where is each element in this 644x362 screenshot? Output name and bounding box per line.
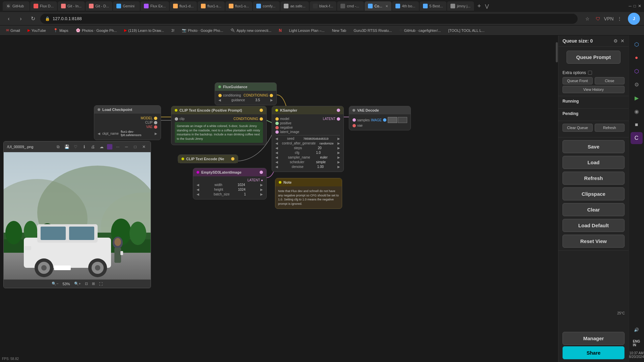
- height-inc[interactable]: ▶: [260, 188, 263, 191]
- node-note[interactable]: Note Note that Flux dev and schnell do n…: [275, 178, 342, 209]
- bookmark-apply[interactable]: 🔌 Apply new connecti...: [228, 27, 274, 33]
- tab-list-btn[interactable]: ⋁: [484, 3, 490, 9]
- extra-options-checkbox[interactable]: [588, 71, 592, 75]
- tab-flux-ex[interactable]: Flux Ex...: [141, 1, 169, 11]
- bookmark-github-cage[interactable]: ⚙ GitHub · cagefighter/...: [396, 27, 443, 33]
- bookmark-photo2[interactable]: 📷 Photo · Google Pho...: [179, 27, 226, 33]
- extensions-btn[interactable]: 🛡: [594, 14, 602, 23]
- seed-inc[interactable]: ▶: [337, 137, 340, 140]
- tab-gemini[interactable]: Gemini: [113, 1, 140, 11]
- bookmark-guru3d[interactable]: Guru3D RTSS Rivatu...: [351, 28, 394, 33]
- iv-color-btn[interactable]: [107, 144, 112, 149]
- iv-print-btn[interactable]: 🖨: [90, 143, 96, 150]
- width-dec[interactable]: ◀: [197, 183, 199, 187]
- clear-queue-btn[interactable]: Clear Queue: [562, 124, 593, 132]
- url-box[interactable]: 🔒 127.0.0.1:8188: [40, 14, 578, 24]
- bookmark-photos[interactable]: 🌸 Photos · Google Ph...: [73, 27, 120, 33]
- canvas-scrollbar[interactable]: [555, 36, 558, 362]
- fullscreen-btn[interactable]: ⛶: [99, 282, 103, 286]
- cfg-dec[interactable]: ◀: [275, 151, 278, 155]
- seed-dec[interactable]: ◀: [275, 137, 278, 140]
- control-inc[interactable]: ▶: [337, 141, 340, 145]
- tab-flux1d[interactable]: flux1-d...: [170, 1, 197, 11]
- node-clip-text-neg[interactable]: CLIP Text Encode (Ne: [178, 155, 238, 163]
- tab-git-da[interactable]: Git - D...: [86, 1, 112, 11]
- view-history-btn[interactable]: View History: [562, 86, 625, 93]
- width-inc[interactable]: ▶: [260, 183, 263, 187]
- tab-github[interactable]: G GitHub: [3, 1, 30, 11]
- iv-more-btn[interactable]: ···: [114, 143, 121, 150]
- guidance-inc-btn[interactable]: ▶: [270, 98, 273, 102]
- clear-btn[interactable]: Clear: [562, 203, 625, 216]
- reset-view-btn[interactable]: Reset View: [562, 235, 625, 248]
- sampler-dec[interactable]: ◀: [275, 156, 278, 159]
- bookmark-3[interactable]: 3!: [169, 28, 177, 33]
- grid-btn[interactable]: ⊞: [92, 282, 95, 286]
- zoom-in-btn[interactable]: 🔍+: [74, 282, 81, 286]
- node-load-checkpoint[interactable]: Load Checkpoint MODEL CLIP VAE ◀ ckpt_na: [94, 105, 161, 140]
- iv-expand-btn[interactable]: □: [132, 143, 139, 150]
- control-dec[interactable]: ◀: [275, 141, 278, 145]
- tab-flux1s[interactable]: flux1-s...: [198, 1, 225, 11]
- iv-heart-btn[interactable]: ♡: [72, 143, 79, 150]
- rs-icon-7[interactable]: ■: [631, 119, 643, 131]
- tab-4thbo[interactable]: 4th bo...: [392, 1, 419, 11]
- fit-btn[interactable]: ⊡: [85, 282, 88, 286]
- node-clip-text-pos[interactable]: CLIP Text Encode (Positive Prompt) clip …: [171, 106, 267, 145]
- tab-blackf[interactable]: black-f...: [310, 1, 337, 11]
- bookmark-tool[interactable]: [TOOL] TOOL ALL L...: [445, 28, 487, 33]
- denoise-inc[interactable]: ▶: [337, 165, 340, 169]
- tab-comfy[interactable]: comfy...: [253, 1, 280, 11]
- bookmark-light[interactable]: Light Lesson Plan –...: [286, 28, 327, 33]
- iv-minimize-btn[interactable]: ─: [123, 143, 130, 150]
- zoom-out-btn[interactable]: 🔍−: [52, 282, 58, 286]
- close-tab-icon[interactable]: ✕: [385, 4, 388, 8]
- rs-icon-9[interactable]: 🔊: [631, 324, 643, 336]
- bookmark-newtab[interactable]: New Tab: [329, 28, 349, 33]
- close-panel-icon[interactable]: ✕: [621, 38, 625, 44]
- minimize-btn[interactable]: ─: [629, 4, 632, 8]
- iv-cloud-btn[interactable]: ☁: [98, 143, 105, 150]
- load-btn[interactable]: Load: [562, 156, 625, 169]
- sampler-inc[interactable]: ▶: [337, 156, 340, 159]
- scheduler-dec[interactable]: ◀: [275, 160, 278, 164]
- close-btn-extra[interactable]: Close: [595, 77, 625, 84]
- tab-5best[interactable]: 5 Best...: [420, 1, 446, 11]
- rs-icon-2[interactable]: ●: [631, 52, 643, 64]
- batch-dec[interactable]: ◀: [197, 192, 199, 196]
- iv-copy-btn[interactable]: ⧉: [55, 143, 61, 150]
- scrollbar-thumb[interactable]: [556, 42, 558, 62]
- guidance-dec-btn[interactable]: ◀: [218, 98, 221, 102]
- node-flux-guidance[interactable]: FluxGuidance conditioning CONDITIONING ◀…: [215, 82, 277, 105]
- queue-prompt-btn[interactable]: Queue Prompt: [567, 51, 621, 64]
- ckpt-dec-btn[interactable]: ◀: [98, 132, 100, 135]
- rs-icon-6[interactable]: ◉: [631, 105, 643, 117]
- iv-save-btn[interactable]: 💾: [63, 143, 70, 150]
- rs-icon-8[interactable]: C: [631, 132, 643, 144]
- rs-icon-3[interactable]: ⬡: [631, 65, 643, 77]
- node-empty-latent[interactable]: EmptySD3LatentImage LATENT ● ◀ width 102…: [193, 168, 267, 199]
- ckpt-inc-btn[interactable]: ▶: [155, 132, 157, 135]
- maximize-btn[interactable]: □: [634, 4, 636, 8]
- tab-co-active[interactable]: Co... ✕: [365, 1, 391, 11]
- steps-dec[interactable]: ◀: [275, 146, 278, 150]
- node-ksampler[interactable]: KSampler model LATENT positive negative: [272, 106, 344, 172]
- bookmark-youtube[interactable]: ▶ YouTube: [25, 27, 49, 33]
- bookmark-netflix[interactable]: N: [276, 27, 284, 34]
- iv-close-btn[interactable]: ✕: [141, 143, 147, 150]
- menu-btn[interactable]: ⋮: [615, 14, 624, 23]
- clipspace-btn[interactable]: Clipspace: [562, 187, 625, 200]
- rs-lang-btn[interactable]: ENGIN: [631, 337, 643, 349]
- height-dec[interactable]: ◀: [197, 188, 199, 191]
- tab-cmd[interactable]: cmd -...: [337, 1, 364, 11]
- share-btn[interactable]: Share: [562, 346, 625, 359]
- tab-git-in[interactable]: Git - In...: [58, 1, 85, 11]
- clip-text-pos-textarea[interactable]: Generate an image of a white colored, 5-…: [175, 122, 263, 143]
- vpn-btn[interactable]: VPN: [604, 14, 613, 23]
- bookmark-btn[interactable]: ☆: [583, 14, 592, 23]
- profile-avatar[interactable]: J: [628, 13, 640, 25]
- settings-icon[interactable]: ⚙: [613, 38, 618, 44]
- bookmark-learn-draw[interactable]: ▶ (119) Learn to Draw...: [121, 27, 166, 33]
- close-btn[interactable]: ✕: [638, 4, 641, 8]
- manager-btn[interactable]: Manager: [562, 332, 625, 345]
